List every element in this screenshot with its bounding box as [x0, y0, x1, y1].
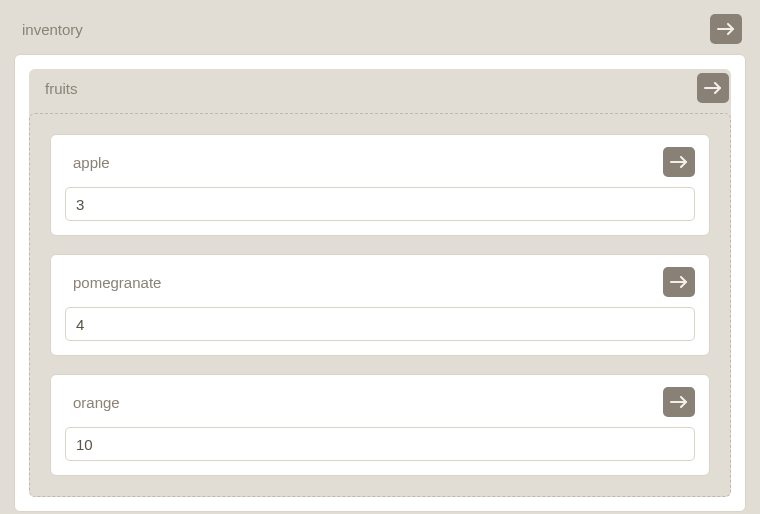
list-item: pomegranate	[50, 254, 710, 356]
item-title: orange	[73, 394, 120, 411]
section-title: fruits	[45, 80, 78, 97]
list-item: apple	[50, 134, 710, 236]
root-collapse-button[interactable]	[710, 14, 742, 44]
root-title: inventory	[22, 21, 83, 38]
item-value-input[interactable]	[65, 427, 695, 461]
arrow-right-icon	[670, 156, 688, 168]
item-title: apple	[73, 154, 110, 171]
section-collapse-button[interactable]	[697, 73, 729, 103]
section-header: fruits	[29, 69, 731, 113]
item-header: pomegranate	[65, 267, 695, 307]
item-header: orange	[65, 387, 695, 427]
item-value-input[interactable]	[65, 187, 695, 221]
arrow-right-icon	[670, 276, 688, 288]
item-value-input[interactable]	[65, 307, 695, 341]
item-collapse-button[interactable]	[663, 267, 695, 297]
section-container: fruits apple	[29, 69, 731, 497]
root-header: inventory	[14, 0, 746, 54]
list-item: orange	[50, 374, 710, 476]
item-collapse-button[interactable]	[663, 147, 695, 177]
item-header: apple	[65, 147, 695, 187]
item-title: pomegranate	[73, 274, 161, 291]
arrow-right-icon	[717, 23, 735, 35]
items-list: apple pomegranate	[29, 113, 731, 497]
arrow-right-icon	[670, 396, 688, 408]
root-container: inventory fruits	[0, 0, 760, 514]
arrow-right-icon	[704, 82, 722, 94]
item-collapse-button[interactable]	[663, 387, 695, 417]
inventory-panel: fruits apple	[14, 54, 746, 512]
